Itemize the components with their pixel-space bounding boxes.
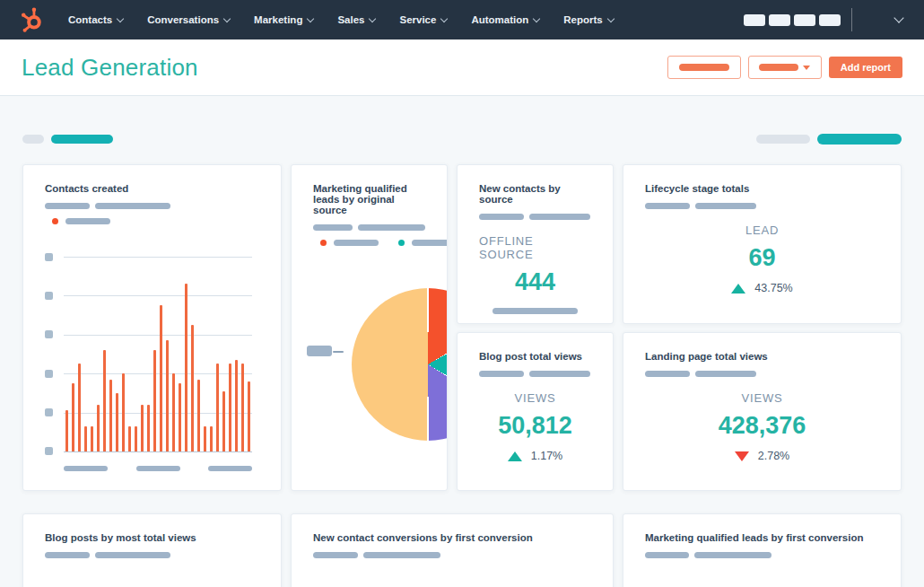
report-grid: Contacts created New conta [22, 164, 902, 491]
nav-item-contacts[interactable]: Contacts [68, 14, 123, 25]
chevron-down-icon [533, 14, 540, 22]
pie-callout-line [333, 351, 344, 353]
metric-block: OFFLINE SOURCE 444 [479, 220, 591, 314]
chevron-down-icon [307, 14, 314, 22]
pie-callout-placeholder [307, 346, 332, 356]
nav-action-placeholder[interactable] [744, 14, 765, 26]
bar [179, 383, 181, 451]
metric-label: VIEWS [515, 391, 556, 405]
card-title: Blog posts by most total views [45, 532, 259, 543]
nav-action-placeholder[interactable] [819, 14, 841, 26]
card-subtitle-placeholder [45, 203, 259, 209]
bar [153, 350, 156, 451]
filter-label-placeholder [22, 135, 44, 144]
bar [241, 364, 244, 451]
card-new-contact-conversions: New contact conversions by first convers… [291, 513, 614, 587]
trend-up-icon [508, 451, 522, 461]
card-title: New contact conversions by first convers… [313, 532, 591, 543]
card-blog-post-total-views: Blog post total views VIEWS 50,812 1.17% [457, 332, 614, 491]
nav-action-placeholder[interactable] [794, 14, 815, 26]
nav-item-service[interactable]: Service [399, 14, 447, 25]
report-grid-bottom: Blog posts by most total views New conta… [22, 513, 902, 587]
bar [78, 364, 81, 451]
metric-value: 428,376 [719, 412, 806, 440]
delta-value: 1.17% [531, 450, 562, 462]
metric-block: VIEWS 428,376 2.78% [645, 377, 879, 462]
metric-delta: 2.78% [735, 450, 789, 462]
card-subtitle-placeholder [645, 203, 879, 209]
nav-item-marketing[interactable]: Marketing [254, 14, 313, 25]
account-chevron-down-icon[interactable] [893, 13, 903, 22]
metric-value: 50,812 [498, 412, 572, 440]
bar [97, 405, 100, 451]
metric-caption-placeholder [493, 308, 578, 314]
metric-block: LEAD 69 43.75% [645, 209, 879, 294]
card-title: New contacts by source [479, 183, 591, 205]
nav-item-sales[interactable]: Sales [337, 14, 375, 25]
chevron-down-icon [369, 14, 376, 22]
nav-item-reports[interactable]: Reports [563, 14, 613, 25]
add-report-button[interactable]: Add report [829, 57, 902, 78]
filter-left [22, 135, 113, 144]
bar [147, 405, 150, 451]
nav-item-conversations[interactable]: Conversations [147, 14, 230, 25]
filter-control-placeholder[interactable] [817, 134, 902, 145]
dashboard-actions-button[interactable] [667, 56, 741, 79]
bar [160, 305, 162, 451]
chevron-down-icon [607, 14, 615, 22]
pie-graphic [352, 288, 448, 441]
header-actions: Add report [667, 56, 902, 79]
bar [166, 340, 169, 451]
card-title: Lifecycle stage totals [645, 183, 879, 194]
chevron-down-icon [117, 14, 124, 22]
bar [122, 373, 125, 451]
nav-divider [851, 8, 852, 31]
x-axis-label-placeholders [64, 466, 252, 471]
page-header: Lead Generation Add report [0, 39, 924, 96]
bar [248, 381, 250, 451]
nav-item-automation[interactable]: Automation [471, 14, 539, 25]
bar [72, 383, 74, 451]
bar [197, 380, 200, 451]
card-mql-by-original-source: Marketing qualified leads by original so… [291, 164, 448, 491]
bar [210, 426, 213, 451]
trend-up-icon [731, 284, 745, 294]
bar [84, 426, 87, 451]
bar [216, 364, 219, 451]
card-title: Blog post total views [479, 351, 591, 362]
nav-action-placeholder[interactable] [769, 14, 790, 26]
nav-utilities [740, 8, 902, 31]
hubspot-logo-icon[interactable] [20, 6, 47, 33]
metric-block: VIEWS 50,812 1.17% [479, 377, 591, 462]
card-title: Marketing qualified leads by first conve… [645, 532, 879, 543]
filter-bar [22, 133, 902, 145]
bar [229, 364, 231, 451]
card-subtitle-placeholder [479, 214, 591, 220]
card-title: Landing page total views [645, 351, 879, 362]
bar [185, 284, 187, 451]
caret-down-icon [803, 66, 810, 70]
metric-label: VIEWS [742, 391, 783, 405]
delta-value: 2.78% [758, 450, 789, 462]
bar [65, 410, 68, 451]
card-mql-by-first-conversion: Marketing qualified leads by first conve… [623, 513, 902, 587]
metric-value: 69 [748, 244, 775, 272]
card-new-contacts-by-source: New contacts by source OFFLINE SOURCE 44… [457, 164, 614, 324]
card-subtitle-placeholder [45, 552, 259, 558]
dashboard-filter-dropdown[interactable] [748, 56, 822, 79]
y-axis-tick-placeholders [45, 253, 53, 455]
bar [191, 325, 194, 451]
metric-value: 444 [515, 268, 555, 296]
card-blog-posts-by-most-total-views: Blog posts by most total views [22, 513, 282, 587]
bar [109, 380, 112, 451]
card-subtitle-placeholder [479, 371, 591, 377]
chevron-down-icon [223, 14, 231, 22]
metric-label: LEAD [745, 223, 779, 237]
metric-label: OFFLINE SOURCE [479, 234, 591, 261]
card-title: Contacts created [45, 183, 259, 194]
bar [222, 391, 225, 451]
filter-control-placeholder[interactable] [51, 135, 113, 144]
bar [235, 360, 238, 451]
delta-value: 43.75% [754, 282, 792, 294]
bar [204, 426, 206, 451]
